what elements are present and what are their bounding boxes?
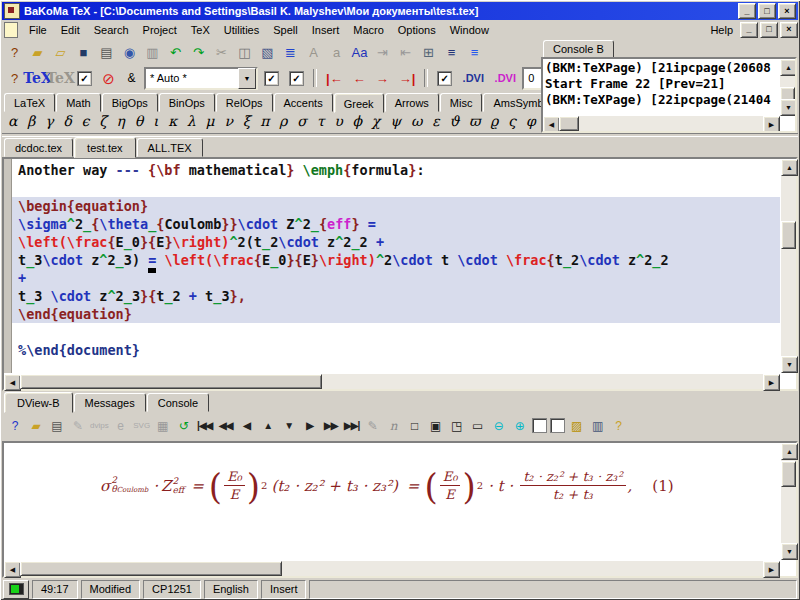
prev-page-icon[interactable]: ◀ — [238, 416, 256, 436]
editor-line[interactable]: t_3\cdot z^2_3) = \left(\frac{E_0}{E}\ri… — [12, 251, 780, 269]
shift-right-icon[interactable]: ⇥ — [372, 42, 393, 62]
lowercase-icon[interactable]: a — [326, 42, 347, 62]
scrollbar-thumb[interactable] — [20, 561, 282, 576]
greek-symbol[interactable]: ϑ — [449, 113, 459, 129]
scroll-down-arrow[interactable]: ▼ — [781, 543, 798, 560]
browser-export-icon[interactable]: e — [112, 416, 130, 436]
save-icon[interactable]: ■ — [73, 42, 94, 62]
run-tex-icon[interactable]: TeX — [27, 68, 48, 88]
palette-tab[interactable]: Arrows — [385, 93, 439, 112]
scroll-down-arrow[interactable]: ▼ — [780, 99, 797, 116]
scrollbar-thumb[interactable] — [20, 374, 322, 389]
greek-symbol[interactable]: θ — [135, 113, 143, 129]
prev-error-icon[interactable]: ← — [349, 71, 370, 86]
scrollbar-thumb[interactable] — [781, 221, 796, 249]
tex-help-icon[interactable]: ? — [4, 68, 25, 88]
page-margins-icon[interactable]: ▣ — [427, 416, 445, 436]
menu-item[interactable]: Utilities — [217, 23, 266, 37]
landscape-icon[interactable]: ▭ — [469, 416, 487, 436]
about-help-icon[interactable]: ? — [610, 416, 628, 436]
greek-symbol[interactable]: ξ — [243, 113, 251, 129]
mdi-restore-button[interactable]: □ — [760, 22, 778, 38]
greek-symbol[interactable]: δ — [63, 113, 71, 129]
greek-symbol[interactable]: ι — [153, 113, 159, 129]
greek-symbol[interactable]: χ — [372, 113, 380, 129]
close-button[interactable]: × — [778, 3, 796, 19]
shift-left-icon[interactable]: ⇤ — [395, 42, 416, 62]
preview-checkbox-2[interactable] — [550, 418, 565, 433]
console-hscrollbar[interactable]: ◀ ▶ — [543, 116, 780, 131]
auto-run-checkbox[interactable]: ✓ — [77, 71, 92, 86]
preview-print-icon[interactable]: ▤ — [48, 416, 66, 436]
refresh-back-icon[interactable]: ↺ — [175, 416, 193, 436]
preview-vscrollbar[interactable]: ▲ ▼ — [781, 443, 796, 560]
option-checkbox-2[interactable]: ✓ — [289, 71, 304, 86]
greek-symbol[interactable]: κ — [168, 113, 177, 129]
page-size-icon[interactable]: □ — [406, 416, 424, 436]
scrollbar-thumb[interactable] — [559, 116, 579, 131]
bottom-tab[interactable]: Messages — [74, 393, 146, 412]
back-10-pages-icon[interactable]: ◀◀ — [217, 416, 235, 436]
greek-symbol[interactable]: ω — [411, 113, 422, 129]
copy-page-icon[interactable]: ▦ — [154, 416, 172, 436]
context-help-icon[interactable]: ? — [4, 42, 25, 62]
greek-symbol[interactable]: ν — [224, 113, 233, 129]
menu-item[interactable]: Project — [136, 23, 184, 37]
zoom-in-icon[interactable]: ⊕ — [511, 416, 529, 436]
palette-tab[interactable]: Greek — [334, 93, 384, 113]
greek-symbol[interactable]: φ — [526, 113, 536, 129]
palette-tab[interactable]: BinOps — [159, 93, 215, 112]
editor-lines[interactable]: Another way --- {\bf mathematical} \emph… — [12, 161, 780, 373]
greek-symbol[interactable]: η — [117, 113, 125, 129]
display-setup-icon[interactable]: ▥ — [589, 416, 607, 436]
greek-symbol[interactable]: τ — [317, 113, 325, 129]
editor-line[interactable]: %\end{document} — [12, 341, 780, 359]
open-file-icon[interactable]: ▰ — [27, 42, 48, 62]
first-error-icon[interactable]: |← — [322, 71, 347, 86]
preview-hscrollbar[interactable]: ◀ ▶ — [4, 561, 780, 576]
menu-item[interactable]: Insert — [305, 23, 347, 37]
palette-tab[interactable]: Accents — [274, 93, 333, 112]
menu-item[interactable]: File — [22, 23, 54, 37]
menu-item[interactable]: Edit — [54, 23, 87, 37]
greek-symbol[interactable]: ς — [508, 113, 516, 129]
menu-item[interactable]: Window — [443, 23, 496, 37]
minimize-button[interactable]: _ — [738, 3, 756, 19]
scroll-right-arrow[interactable]: ▶ — [763, 116, 780, 133]
dvi-preview[interactable]: σ2θCoulomb · Z2eff = (E₀E)2 (t₂ · z₂² + … — [2, 441, 798, 578]
numbered-list-icon[interactable]: ≣ — [280, 42, 301, 62]
scroll-up-icon[interactable]: ▲ — [259, 416, 277, 436]
menu-item[interactable]: Options — [391, 23, 443, 37]
greek-symbol[interactable]: ϕ — [353, 113, 363, 129]
recycle-bin-icon[interactable]: ▥ — [142, 42, 163, 62]
stop-tex-icon[interactable]: TeX — [50, 68, 71, 88]
greek-symbol[interactable]: ϱ — [490, 113, 498, 129]
print-icon[interactable]: ▤ — [96, 42, 117, 62]
editor-line[interactable]: Another way --- {\bf mathematical} \emph… — [12, 161, 780, 179]
greek-symbol[interactable]: ψ — [390, 113, 401, 129]
display-mode-icon[interactable] — [3, 580, 29, 599]
insert-block-icon[interactable]: ⊞ — [418, 42, 439, 62]
svg-export-icon[interactable]: SVG — [133, 416, 151, 436]
editor-line[interactable] — [12, 323, 780, 341]
console-vscrollbar[interactable]: ▲ ▼ — [780, 59, 795, 116]
render-options-icon[interactable]: ▨ — [568, 416, 586, 436]
dvi-forward-search-icon[interactable]: .DVI — [458, 68, 488, 88]
preview-checkbox-1[interactable] — [532, 418, 547, 433]
paste-icon[interactable]: ▧ — [257, 42, 278, 62]
greek-symbol[interactable]: ζ — [99, 113, 107, 129]
editor-line[interactable]: \begin{equation} — [12, 197, 780, 215]
copy-files-icon[interactable]: ▱ — [50, 42, 71, 62]
editor-line[interactable]: \sigma^2_{\theta_{Coulomb}}\cdot Z^2_{ef… — [12, 215, 780, 233]
editor-line[interactable]: \end{equation} — [12, 305, 780, 323]
pen-tool-icon[interactable]: ✎ — [364, 416, 382, 436]
editor-area[interactable]: Another way --- {\bf mathematical} \emph… — [2, 157, 798, 391]
zoom-out-icon[interactable]: ⊖ — [490, 416, 508, 436]
bottom-tab[interactable]: Console — [147, 393, 209, 412]
palette-tab[interactable]: Misc — [440, 93, 483, 112]
greek-symbol[interactable]: λ — [187, 113, 196, 129]
scroll-left-arrow[interactable]: ◀ — [4, 374, 21, 391]
next-page-icon[interactable]: ▶ — [301, 416, 319, 436]
palette-tab[interactable]: Math — [56, 93, 100, 112]
page-number-icon[interactable]: n — [385, 416, 403, 436]
